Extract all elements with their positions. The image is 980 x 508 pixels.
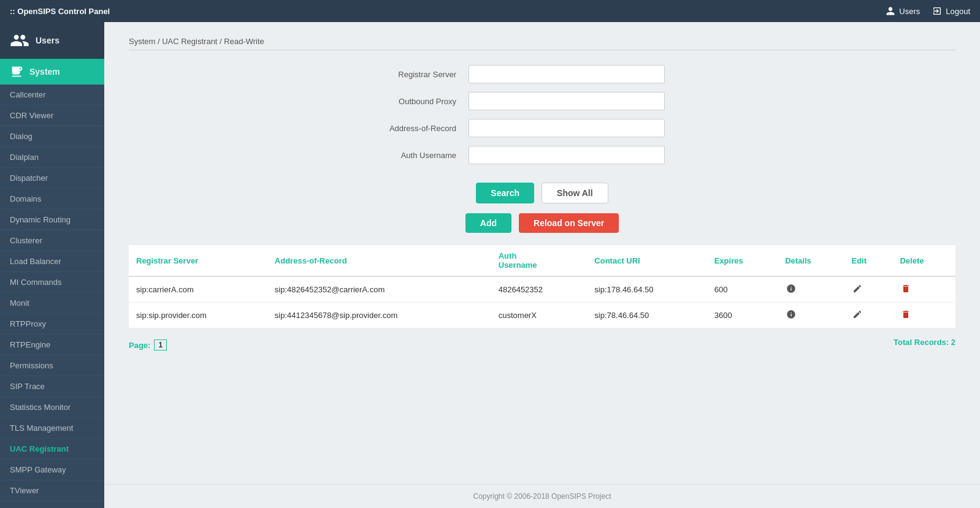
form-row-outbound-proxy: Outbound Proxy: [358, 92, 726, 110]
sidebar-item-smpp-gateway[interactable]: SMPP Gateway: [0, 460, 104, 480]
show-all-button[interactable]: Show All: [542, 183, 608, 203]
cell-details: [778, 276, 844, 303]
cell-expires: 600: [707, 276, 778, 303]
sidebar-item-statistics-monitor[interactable]: Statistics Monitor: [0, 397, 104, 418]
page-label: Page:: [129, 341, 150, 350]
cell-delete: [892, 276, 955, 303]
pagination: Page: 1: [129, 339, 167, 351]
table-header: Registrar Server Address-of-Record AuthU…: [129, 245, 955, 276]
delete-button-1[interactable]: [900, 308, 912, 322]
cell-expires: 3600: [707, 303, 778, 328]
outbound-proxy-label: Outbound Proxy: [358, 97, 469, 106]
logout-icon: [932, 6, 942, 16]
table-row: sip:sip.provider.com sip:4412345678@sip.…: [129, 303, 955, 328]
col-edit: Edit: [844, 245, 892, 276]
action-buttons-row: Add Reload on Server: [129, 213, 955, 233]
sidebar-item-system[interactable]: System: [0, 59, 104, 85]
sidebar-item-dispatcher[interactable]: Dispatcher: [0, 168, 104, 189]
form-row-registrar-server: Registrar Server: [358, 65, 726, 83]
logout-button[interactable]: Logout: [932, 6, 970, 16]
search-area: Registrar Server Outbound Proxy Address-…: [129, 65, 955, 173]
pagination-row: Page: 1 Total Records: 2: [129, 333, 955, 351]
col-expires: Expires: [707, 245, 778, 276]
sidebar-item-dialplan[interactable]: Dialplan: [0, 147, 104, 168]
cell-address-of-record: sip:4412345678@sip.provider.com: [267, 303, 491, 328]
sidebar-users-label: Users: [36, 36, 59, 45]
details-button-0[interactable]: [785, 282, 797, 297]
col-delete: Delete: [892, 245, 955, 276]
users-label: Users: [899, 7, 920, 16]
sidebar-item-rtpengine[interactable]: RTPEngine: [0, 335, 104, 355]
sidebar-item-dialog[interactable]: Dialog: [0, 126, 104, 147]
reload-button[interactable]: Reload on Server: [519, 213, 619, 233]
layout: Users System CallcenterCDR ViewerDialogD…: [0, 22, 980, 508]
auth-username-input[interactable]: [469, 146, 665, 164]
sidebar-item-callcenter[interactable]: Callcenter: [0, 85, 104, 105]
sidebar-items: CallcenterCDR ViewerDialogDialplanDispat…: [0, 85, 104, 501]
sidebar-item-mi-commands[interactable]: MI Commands: [0, 272, 104, 293]
cell-address-of-record: sip:4826452352@carrierA.com: [267, 276, 491, 303]
sidebar-item-users[interactable]: Users: [0, 22, 104, 59]
cell-registrar-server: sip:sip.provider.com: [129, 303, 267, 328]
sidebar-item-permissions[interactable]: Permissions: [0, 355, 104, 376]
sidebar-item-clusterer[interactable]: Clusterer: [0, 230, 104, 251]
auth-username-label: Auth Username: [358, 151, 469, 160]
breadcrumb: System / UAC Registrant / Read-Write: [129, 37, 955, 46]
sidebar-item-tviewer[interactable]: TViewer: [0, 480, 104, 501]
cell-details: [778, 303, 844, 328]
user-icon: [886, 6, 895, 16]
users-button[interactable]: Users: [886, 6, 920, 16]
table-body: sip:carrierA.com sip:4826452352@carrierA…: [129, 276, 955, 328]
edit-button-0[interactable]: [851, 282, 863, 297]
sidebar-item-uac-registrant[interactable]: UAC Registrant: [0, 439, 104, 460]
sidebar-item-monit[interactable]: Monit: [0, 293, 104, 314]
registrar-server-input[interactable]: [469, 65, 665, 83]
main: System / UAC Registrant / Read-Write Reg…: [104, 22, 980, 508]
col-auth-username: AuthUsername: [491, 245, 588, 276]
col-registrar-server: Registrar Server: [129, 245, 267, 276]
sidebar-item-rtpproxy[interactable]: RTPProxy: [0, 314, 104, 335]
search-buttons-row: Search Show All: [129, 183, 955, 203]
cell-contact-uri: sip:78.46.64.50: [587, 303, 706, 328]
content-area: System / UAC Registrant / Read-Write Reg…: [104, 22, 980, 484]
sidebar: Users System CallcenterCDR ViewerDialogD…: [0, 22, 104, 508]
registrar-server-label: Registrar Server: [358, 70, 469, 79]
add-button[interactable]: Add: [465, 213, 511, 233]
col-contact-uri: Contact URI: [587, 245, 706, 276]
cell-registrar-server: sip:carrierA.com: [129, 276, 267, 303]
sidebar-item-dynamic-routing[interactable]: Dynamic Routing: [0, 210, 104, 230]
topbar-actions: Users Logout: [886, 6, 970, 16]
sidebar-item-tls-management[interactable]: TLS Management: [0, 418, 104, 439]
sidebar-system-label: System: [29, 67, 60, 77]
table-row: sip:carrierA.com sip:4826452352@carrierA…: [129, 276, 955, 303]
logout-label: Logout: [946, 7, 970, 16]
address-of-record-input[interactable]: [469, 119, 665, 137]
search-button[interactable]: Search: [476, 183, 534, 203]
registrant-table: Registrar Server Address-of-Record AuthU…: [129, 245, 955, 328]
cell-edit: [844, 303, 892, 328]
table-section: Registrar Server Address-of-Record AuthU…: [129, 245, 955, 351]
breadcrumb-divider: [129, 50, 955, 50]
sidebar-item-cdr-viewer[interactable]: CDR Viewer: [0, 105, 104, 126]
total-records: Total Records: 2: [894, 338, 955, 347]
footer-text: Copyright © 2006-2018 OpenSIPS Project: [473, 492, 611, 501]
sidebar-item-sip-trace[interactable]: SIP Trace: [0, 376, 104, 397]
outbound-proxy-input[interactable]: [469, 92, 665, 110]
app-title: :: OpenSIPS Control Panel: [10, 7, 110, 16]
sidebar-item-load-balancer[interactable]: Load Balancer: [0, 251, 104, 272]
page-number[interactable]: 1: [154, 339, 167, 351]
cell-delete: [892, 303, 955, 328]
topbar: :: OpenSIPS Control Panel Users Logout: [0, 0, 980, 22]
cell-edit: [844, 276, 892, 303]
footer: Copyright © 2006-2018 OpenSIPS Project: [104, 484, 980, 508]
sidebar-item-domains[interactable]: Domains: [0, 189, 104, 210]
cell-contact-uri: sip:178.46.64.50: [587, 276, 706, 303]
users-icon: [10, 31, 29, 50]
delete-button-0[interactable]: [900, 282, 912, 297]
cell-auth-username: 4826452352: [491, 276, 588, 303]
edit-button-1[interactable]: [851, 308, 863, 322]
search-form: Registrar Server Outbound Proxy Address-…: [358, 65, 726, 173]
col-address-of-record: Address-of-Record: [267, 245, 491, 276]
form-row-auth-username: Auth Username: [358, 146, 726, 164]
details-button-1[interactable]: [785, 308, 797, 322]
